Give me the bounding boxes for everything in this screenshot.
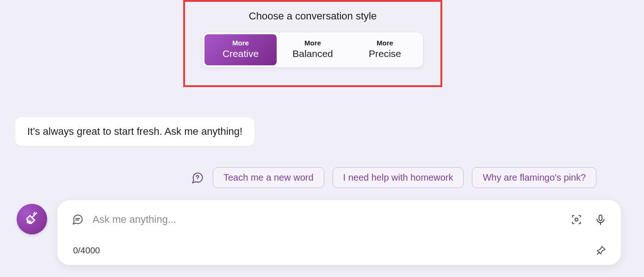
style-option-bottom: Precise [349,47,421,60]
svg-rect-4 [599,215,602,220]
style-option-top: More [277,39,349,47]
help-icon[interactable] [191,171,204,185]
suggestion-chip[interactable]: I need help with homework [333,167,464,188]
input-top-row [71,213,607,226]
svg-point-3 [575,218,578,221]
style-option-bottom: Balanced [277,47,349,60]
broom-icon [24,210,40,228]
style-options: More Creative More Balanced More Precise [203,32,423,67]
style-option-top: More [349,39,421,47]
style-picker-title: Choose a conversation style [249,10,377,22]
suggestion-chip[interactable]: Why are flamingo's pink? [472,167,596,188]
style-option-top: More [204,39,277,47]
chat-icon [71,213,84,226]
chat-input[interactable] [93,214,562,226]
mic-icon[interactable] [594,213,607,226]
chat-input-box: 0/4000 [57,200,621,265]
suggestions-row: Teach me a new word I need help with hom… [191,167,596,188]
style-option-balanced[interactable]: More Balanced [277,34,349,65]
input-actions [570,213,607,226]
style-option-precise[interactable]: More Precise [349,34,421,65]
pin-icon[interactable] [595,245,607,257]
input-bottom-row: 0/4000 [71,245,607,257]
svg-point-0 [197,179,198,180]
style-picker-highlight: Choose a conversation style More Creativ… [183,0,442,87]
style-option-bottom: Creative [204,47,277,60]
assistant-message: It's always great to start fresh. Ask me… [15,117,255,146]
suggestion-chip[interactable]: Teach me a new word [213,167,324,188]
style-option-creative[interactable]: More Creative [204,34,277,65]
visual-search-icon[interactable] [570,213,583,226]
char-count: 0/4000 [71,246,100,256]
new-topic-button[interactable] [17,204,47,234]
